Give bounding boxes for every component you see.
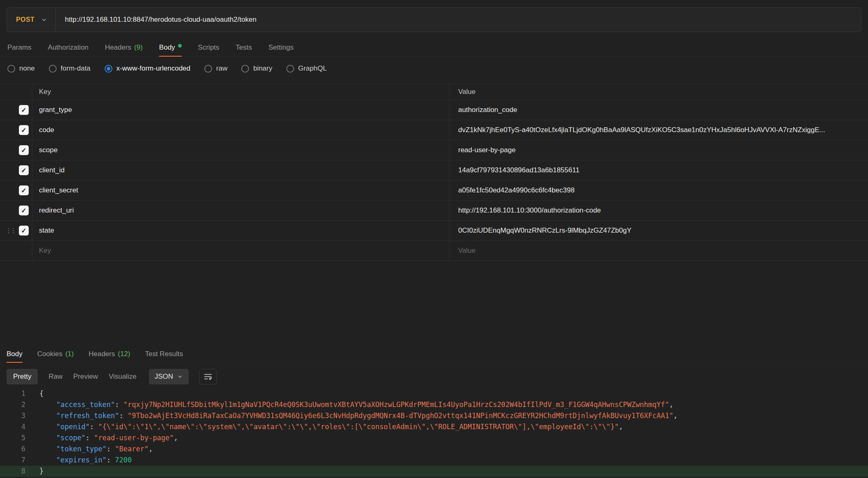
view-mode-visualize[interactable]: Visualize [109,373,137,381]
response-tab-cookies[interactable]: Cookies(1) [37,345,74,362]
key-cell[interactable]: redirect_uri [32,201,449,220]
key-cell[interactable]: scope [32,140,449,160]
value-cell[interactable]: 0CI0ziUDEnqMgqW0nzRNRCzLrs-9lMbqJzGZ47Zb… [449,221,868,240]
value-cell[interactable]: 14a9cf797931430896ad13a6b1855611 [449,160,868,180]
code-line: 6 "token_type": "Bearer", [0,444,868,455]
key-cell[interactable]: client_secret [32,181,449,200]
token-str: "read-user-by-page" [94,434,174,442]
body-mode-form-data[interactable]: form-data [49,64,91,73]
key-cell[interactable]: client_id [32,160,449,180]
token-punc: , [619,423,623,431]
tab-label: Cookies [37,350,62,358]
checkbox-cell: ✓ [0,181,32,200]
response-pane: BodyCookies(1)Headers(12)Test Results Pr… [0,345,868,477]
view-mode-pretty[interactable]: Pretty [7,369,38,384]
radio-icon [204,65,212,73]
line-number: 2 [0,399,25,410]
body-mode-x-www-form-urlencoded[interactable]: x-www-form-urlencoded [105,64,190,73]
token-punc: : [86,434,94,442]
chevron-down-icon [41,17,47,23]
request-tab-scripts[interactable]: Scripts [198,39,219,56]
new-value-input[interactable] [458,247,841,255]
method-dropdown[interactable]: POST [7,8,56,32]
format-dropdown[interactable]: JSON [149,369,189,384]
body-mode-label: GraphQL [298,64,327,73]
token-str: "{\"id\":\"1\",\"name\":\"system\",\"ava… [98,423,619,431]
body-mode-graphql[interactable]: GraphQL [286,64,327,73]
response-tab-body[interactable]: Body [7,345,23,362]
select-all-cell [0,84,32,100]
code-line: 4 "openid": "{\"id\":\"1\",\"name\":\"sy… [0,421,868,432]
key-cell[interactable]: state [32,221,449,240]
table-row: ✓grant_typeauthorization_code [0,100,868,120]
line-content: { [25,388,43,399]
drag-handle-icon[interactable]: ⋮⋮ [6,227,15,234]
checkbox-cell: ✓ [0,100,32,120]
value-cell[interactable]: http://192.168.101.10:3000/authorization… [449,201,868,220]
new-key-input[interactable] [39,247,428,255]
body-type-selector: noneform-datax-www-form-urlencodedrawbin… [0,62,868,75]
row-checkbox[interactable]: ✓ [19,226,29,236]
code-line: 2 "access_token": "rqxjy7Np2HIUHLfSDbitM… [0,399,868,410]
response-tab-test-results[interactable]: Test Results [145,345,183,362]
response-body-json: 1{2 "access_token": "rqxjy7Np2HIUHLfSDbi… [0,385,868,477]
response-tab-headers[interactable]: Headers(12) [89,345,130,362]
radio-icon [105,65,112,73]
token-str: "Bearer" [115,445,148,453]
url-input[interactable] [56,8,861,32]
row-checkbox[interactable]: ✓ [19,105,29,115]
row-checkbox[interactable]: ✓ [19,145,29,155]
line-content: "refresh_token": "9Tbo2wAjEt3VcHd8iRaTax… [25,410,678,421]
method-label: POST [16,16,34,23]
token-punc: , [674,412,678,420]
tab-label: Body [7,350,23,358]
request-url-bar: POST [7,7,861,32]
row-checkbox[interactable]: ✓ [19,125,29,135]
line-content: "scope": "read-user-by-page", [25,432,178,444]
token-punc: } [39,467,43,475]
row-checkbox[interactable]: ✓ [19,165,29,175]
row-checkbox[interactable]: ✓ [19,185,29,195]
token-punc: , [148,445,153,453]
request-pane: POST ParamsAuthorizationHeaders(9)BodySc… [0,7,868,261]
wrap-text-button[interactable] [199,369,217,384]
key-cell[interactable]: code [32,120,449,140]
request-tab-settings[interactable]: Settings [268,39,293,56]
value-cell[interactable]: dvZ1kNk7jhEe0TyS-a40tOzeLfx4jlaTLjdOKg0h… [449,120,868,140]
body-mode-binary[interactable]: binary [241,64,272,73]
response-tabs: BodyCookies(1)Headers(12)Test Results [0,345,868,363]
body-mode-label: binary [253,64,272,73]
tab-count: (12) [118,350,130,358]
code-line: 5 "scope": "read-user-by-page", [0,432,868,444]
request-tab-params[interactable]: Params [7,39,32,56]
line-content: "access_token": "rqxjy7Np2HIUHLfSDbitMky… [25,399,674,410]
value-cell[interactable]: a05fe1fc50ed42a4990c6c6fc4bec398 [449,181,868,200]
tab-label: Scripts [198,43,219,52]
request-tabs: ParamsAuthorizationHeaders(9)BodyScripts… [0,39,868,57]
request-tab-body[interactable]: Body [159,39,182,56]
line-number: 1 [0,388,25,399]
body-mode-label: none [19,64,35,73]
value-cell[interactable]: authorization_code [449,100,868,120]
response-toolbar: PrettyRawPreviewVisualize JSON [0,368,868,385]
token-punc [39,423,56,431]
tab-label: Settings [268,43,293,52]
format-label: JSON [155,373,173,381]
value-cell[interactable]: read-user-by-page [449,140,868,160]
body-mode-none[interactable]: none [7,64,35,73]
line-number: 3 [0,410,25,421]
table-row: ✓codedvZ1kNk7jhEe0TyS-a40tOzeLfx4jlaTLjd… [0,120,868,140]
view-mode-raw[interactable]: Raw [48,373,62,381]
request-tab-headers[interactable]: Headers(9) [105,39,143,56]
body-mode-raw[interactable]: raw [204,64,227,73]
view-mode-preview[interactable]: Preview [73,373,98,381]
token-punc [39,412,56,420]
tab-count: (9) [134,43,143,52]
row-checkbox[interactable]: ✓ [19,206,29,215]
key-cell[interactable]: grant_type [32,100,449,120]
request-tab-tests[interactable]: Tests [236,39,252,56]
tab-label: Tests [236,43,252,52]
table-row: ✓redirect_urihttp://192.168.101.10:3000/… [0,201,868,221]
request-tab-authorization[interactable]: Authorization [48,39,89,56]
modified-dot-icon [178,44,182,48]
